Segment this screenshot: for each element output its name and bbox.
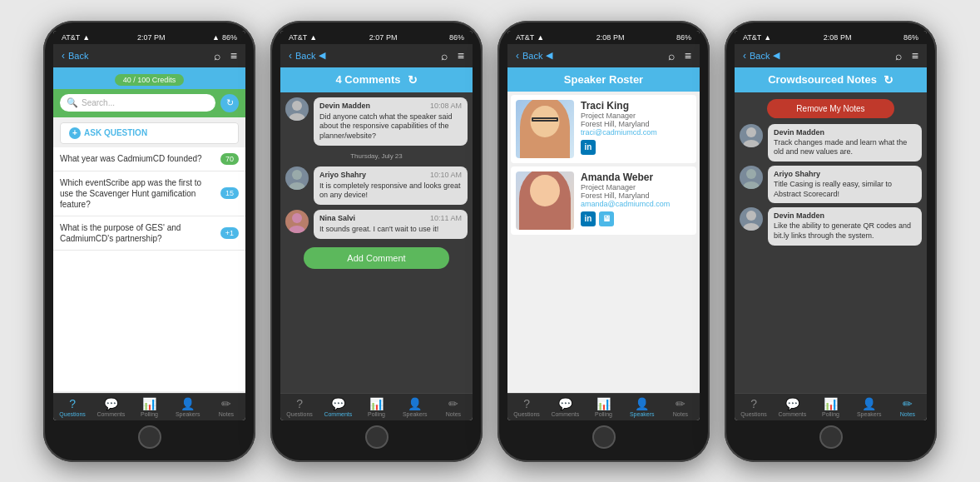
remove-notes-btn[interactable]: Remove My Notes [767, 99, 894, 118]
tab-questions-2[interactable]: ? Questions [280, 394, 319, 420]
note-text-1: Title Casing is really easy, similar to … [774, 180, 916, 199]
menu-icon-1[interactable]: ≡ [230, 49, 237, 62]
phone-3: AT&T ▲ 2:08 PM 86% ‹ Back ◀ ⌕ ≡ [497, 21, 710, 462]
tab-speakers-4[interactable]: 👤 Speakers [850, 394, 888, 420]
speakers-tab-icon-1: 👤 [181, 397, 195, 410]
tab-comments-1[interactable]: 💬 Comments [92, 394, 130, 420]
carrier-4: AT&T [743, 33, 761, 42]
speakers-content: Traci King Project Manager Forest Hill, … [507, 92, 700, 393]
speakers-icon-3: 👤 [635, 397, 649, 410]
tab-polling-1[interactable]: 📊 Polling [130, 394, 168, 420]
speaker-title-traci: Project Manager [581, 112, 691, 120]
phone-2-screen: AT&T ▲ 2:07 PM 86% ‹ Back ◀ ⌕ ≡ [280, 31, 473, 420]
search-icon-2[interactable]: ⌕ [441, 49, 448, 62]
carrier-1: AT&T [62, 33, 80, 42]
search-box-1[interactable]: 🔍 Search... [60, 94, 215, 112]
comment-bubble-1: Ariyo Shahry 10:10 AM It is completely r… [314, 166, 468, 205]
question-item-0[interactable]: What year was CadmiumCD founded? 70 [53, 147, 245, 171]
speaker-card-0[interactable]: Traci King Project Manager Forest Hill, … [511, 95, 696, 163]
tab-comments-3[interactable]: 💬 Comments [546, 394, 584, 420]
polling-tab-icon-1: 📊 [142, 397, 156, 410]
avatar-ariyo-1 [285, 166, 309, 190]
tab-speakers-2[interactable]: 👤 Speakers [396, 394, 434, 420]
tab-notes-1[interactable]: ✏ Notes [207, 394, 245, 420]
avatar-devin-1 [285, 97, 309, 121]
tab-n-label-4: Notes [900, 411, 915, 417]
tab-comments-label-1: Comments [97, 411, 125, 417]
question-item-1[interactable]: Which eventScribe app was the first to u… [53, 171, 245, 216]
speaker-social-traci: in [581, 140, 691, 155]
tab-comments-2[interactable]: 💬 Comments [319, 394, 357, 420]
speaker-info-amanda: Amanda Weber Project Manager Forest Hill… [581, 171, 691, 226]
home-button-4[interactable] [819, 425, 843, 449]
search-placeholder-1: Search... [82, 98, 115, 107]
avatar-devin-notes-2 [740, 207, 763, 231]
tab-questions-3[interactable]: ? Questions [507, 394, 546, 420]
search-icon-3[interactable]: ⌕ [668, 49, 675, 62]
tab-comments-4[interactable]: 💬 Comments [773, 394, 811, 420]
note-bubble-2: Devin Madden Like the ability to generat… [768, 207, 922, 245]
home-button-area-1 [53, 420, 245, 452]
ask-question-btn[interactable]: + ASK QUESTION [60, 122, 239, 144]
twitter-icon-amanda[interactable]: 🖥 [599, 211, 614, 226]
linkedin-icon-amanda[interactable]: in [581, 211, 596, 226]
home-button-area-4 [735, 420, 927, 452]
tab-polling-4[interactable]: 📊 Polling [811, 394, 849, 420]
phone-3-screen: AT&T ▲ 2:08 PM 86% ‹ Back ◀ ⌕ ≡ [507, 31, 700, 420]
menu-icon-2[interactable]: ≡ [458, 49, 464, 62]
avatar-ariyo-notes [740, 166, 763, 189]
nav-bar-2: ‹ Back ◀ ⌕ ≡ [280, 44, 473, 67]
tab-bar-1: ? Questions 💬 Comments 📊 Polling 👤 Speak… [53, 393, 245, 420]
refresh-icon-4[interactable]: ↻ [883, 73, 893, 87]
credits-pill-1: 40 / 100 Credits [115, 74, 185, 86]
tab-bar-2: ? Questions 💬 Comments 📊 Polling 👤 Speak… [280, 393, 473, 420]
nav-actions-3: ⌕ ≡ [668, 49, 691, 62]
comment-bubble-0: Devin Madden 10:08 AM Did anyone catch w… [314, 97, 468, 146]
question-badge-0: 70 [220, 153, 239, 165]
nav-bar-4: ‹ Back ◀ ⌕ ≡ [735, 44, 927, 67]
back-btn-3[interactable]: ‹ Back ◀ [516, 50, 552, 62]
menu-icon-3[interactable]: ≡ [685, 49, 691, 62]
tab-speakers-3[interactable]: 👤 Speakers [623, 394, 661, 420]
back-btn-1[interactable]: ‹ Back [62, 50, 88, 62]
search-refresh-btn-1[interactable]: ↻ [220, 94, 239, 112]
menu-icon-4[interactable]: ≡ [912, 49, 918, 62]
add-comment-btn[interactable]: Add Comment [304, 247, 449, 269]
comments-icon-3: 💬 [558, 397, 572, 410]
tab-questions-label-1: Questions [59, 411, 86, 417]
home-button-2[interactable] [365, 425, 389, 449]
notes-icon-3: ✏ [676, 397, 686, 410]
tab-notes-label-1: Notes [219, 411, 234, 417]
linkedin-icon-traci[interactable]: in [581, 140, 596, 155]
speaker-card-1[interactable]: Amanda Weber Project Manager Forest Hill… [511, 166, 696, 235]
question-list: What year was CadmiumCD founded? 70 Whic… [53, 147, 245, 391]
search-mag-icon: 🔍 [67, 97, 78, 108]
refresh-icon-2[interactable]: ↻ [408, 73, 418, 87]
tab-questions-4[interactable]: ? Questions [735, 394, 773, 420]
tab-polling-3[interactable]: 📊 Polling [584, 394, 622, 420]
status-right-2: 86% [449, 33, 464, 42]
tab-notes-2[interactable]: ✏ Notes [434, 394, 473, 420]
search-icon-1[interactable]: ⌕ [214, 49, 220, 62]
question-item-2[interactable]: What is the purpose of GES' and CadmiumC… [53, 216, 245, 251]
tab-notes-4[interactable]: ✏ Notes [888, 394, 927, 420]
tab-notes-3[interactable]: ✏ Notes [661, 394, 700, 420]
tab-polling-2[interactable]: 📊 Polling [357, 394, 395, 420]
tab-speakers-1[interactable]: 👤 Speakers [169, 394, 207, 420]
home-button-1[interactable] [138, 425, 161, 449]
tab-s-label-3: Speakers [630, 411, 655, 417]
search-icon-4[interactable]: ⌕ [895, 49, 902, 62]
status-bar-4: AT&T ▲ 2:08 PM 86% [735, 31, 927, 44]
nav-actions-4: ⌕ ≡ [895, 49, 918, 62]
tab-questions-1[interactable]: ? Questions [53, 394, 92, 420]
home-button-3[interactable] [592, 425, 616, 449]
speaker-photo-amanda [516, 171, 574, 230]
tab-polling-label-1: Polling [141, 411, 158, 417]
back-label-3: Back [522, 51, 542, 61]
tab-bar-3: ? Questions 💬 Comments 📊 Polling 👤 Speak… [507, 393, 700, 420]
back-btn-2[interactable]: ‹ Back ◀ [289, 50, 325, 62]
back-btn-4[interactable]: ‹ Back ◀ [743, 50, 780, 62]
polling-icon-2: 📊 [369, 397, 384, 410]
back-arrow-2: ‹ [289, 50, 292, 62]
tab-s-label-2: Speakers [403, 411, 428, 417]
